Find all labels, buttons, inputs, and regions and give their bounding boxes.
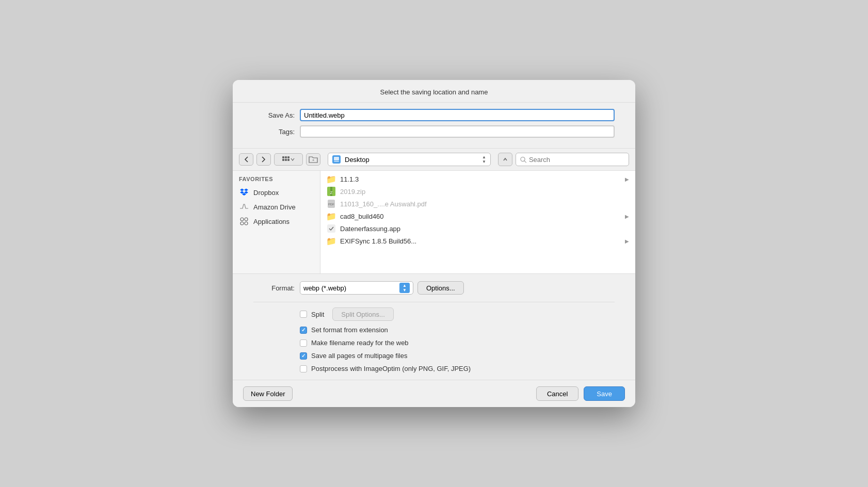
location-dropdown[interactable]: Desktop ▲ ▼ xyxy=(328,153,491,166)
back-button[interactable] xyxy=(239,153,253,166)
new-folder-button[interactable]: New Folder xyxy=(243,386,293,401)
svg-point-11 xyxy=(240,218,244,221)
sidebar-item-applications[interactable]: Applications xyxy=(233,214,320,229)
save-all-pages-row: Save all pages of multipage files xyxy=(300,352,615,360)
svg-rect-4 xyxy=(285,159,287,161)
file-item-11.1.3[interactable]: 📁 11.1.3 ▶ xyxy=(320,173,635,185)
app-icon xyxy=(327,224,336,233)
svg-point-9 xyxy=(521,157,525,161)
new-folder-toolbar-button[interactable]: + xyxy=(306,153,320,166)
chevron-right-icon: ▶ xyxy=(625,214,629,219)
file-name: EXIFSync 1.8.5 Build56... xyxy=(340,237,621,245)
folder-icon: 📁 xyxy=(327,212,336,221)
postprocess-label: Postprocess with ImageOptim (only PNG, G… xyxy=(311,365,471,372)
postprocess-checkbox[interactable] xyxy=(300,365,307,372)
applications-label: Applications xyxy=(253,218,290,225)
location-bar: Desktop ▲ ▼ xyxy=(328,153,491,166)
svg-rect-20 xyxy=(327,224,335,233)
save-all-pages-label: Save all pages of multipage files xyxy=(311,352,407,360)
tags-input[interactable] xyxy=(300,125,615,138)
save-all-pages-checkbox[interactable] xyxy=(300,352,307,360)
dropbox-label: Dropbox xyxy=(253,189,279,197)
svg-rect-2 xyxy=(287,156,290,158)
svg-point-12 xyxy=(245,218,248,221)
tags-row: Tags: xyxy=(253,125,615,138)
svg-rect-0 xyxy=(282,156,284,158)
svg-rect-5 xyxy=(287,159,290,161)
svg-text:+: + xyxy=(312,158,315,163)
sidebar: Favorites Dropbox Amazon Driv xyxy=(233,171,320,273)
search-bar xyxy=(516,153,629,166)
desktop-icon xyxy=(332,155,341,164)
file-name: 11013_160_....e Auswahl.pdf xyxy=(340,200,629,208)
location-arrows: ▲ ▼ xyxy=(482,155,486,164)
save-button[interactable]: Save xyxy=(584,386,625,401)
search-input[interactable] xyxy=(529,156,624,164)
options-button[interactable]: Options... xyxy=(417,281,464,295)
format-dropdown[interactable]: webp (*.webp) ▲ ▼ xyxy=(300,281,413,295)
content-area: Favorites Dropbox Amazon Driv xyxy=(233,171,635,274)
dialog-title: Select the saving location and name xyxy=(233,80,635,103)
chevron-right-icon: ▶ xyxy=(625,176,629,182)
pdf-icon: PDF xyxy=(327,199,336,208)
toolbar: + Desktop ▲ ▼ xyxy=(233,149,635,171)
favorites-label: Favorites xyxy=(233,176,320,185)
make-filename-row: Make filename ready for the web xyxy=(300,339,615,347)
bottom-section: Format: webp (*.webp) ▲ ▼ Options... Spl… xyxy=(233,274,635,380)
collapse-button[interactable] xyxy=(498,153,512,166)
file-item-pdf[interactable]: PDF 11013_160_....e Auswahl.pdf xyxy=(320,198,635,210)
save-dialog: Select the saving location and name Save… xyxy=(233,80,635,407)
chevron-right-icon: ▶ xyxy=(625,238,629,244)
split-label: Split xyxy=(311,311,324,318)
svg-text:Z: Z xyxy=(330,190,333,195)
divider xyxy=(253,302,615,302)
make-filename-label: Make filename ready for the web xyxy=(311,339,409,347)
format-label: Format: xyxy=(253,284,295,292)
dropbox-icon xyxy=(239,187,249,198)
file-name: cad8_build460 xyxy=(340,213,621,220)
forward-button[interactable] xyxy=(256,153,271,166)
view-button[interactable] xyxy=(274,153,303,166)
save-as-row: Save As: xyxy=(253,109,615,121)
file-item-2019.zip[interactable]: Z 2019.zip xyxy=(320,185,635,198)
applications-icon xyxy=(239,216,249,226)
checkboxes-section: Split Split Options... Set format from e… xyxy=(300,307,615,372)
sidebar-item-dropbox[interactable]: Dropbox xyxy=(233,185,320,200)
make-filename-checkbox[interactable] xyxy=(300,339,307,347)
format-row: Format: webp (*.webp) ▲ ▼ Options... xyxy=(253,281,615,295)
location-text: Desktop xyxy=(345,156,478,164)
save-as-input[interactable] xyxy=(300,109,615,121)
footer: New Folder Cancel Save xyxy=(233,380,635,407)
split-checkbox[interactable] xyxy=(300,311,307,318)
set-format-checkbox[interactable] xyxy=(300,327,307,334)
tags-label: Tags: xyxy=(253,128,295,136)
file-name: 2019.zip xyxy=(340,188,629,196)
folder-icon: 📁 xyxy=(327,236,336,246)
svg-rect-8 xyxy=(334,161,339,162)
set-format-row: Set format from extension xyxy=(300,326,615,334)
file-name: Datenerfassung.app xyxy=(340,225,629,233)
svg-line-10 xyxy=(524,160,526,163)
split-row: Split Split Options... xyxy=(300,307,615,321)
footer-right: Cancel Save xyxy=(536,386,625,401)
folder-icon: 📁 xyxy=(327,174,336,184)
svg-point-13 xyxy=(240,222,244,225)
form-section: Save As: Tags: xyxy=(233,103,635,149)
sidebar-item-amazon-drive[interactable]: Amazon Drive xyxy=(233,200,320,214)
svg-rect-7 xyxy=(334,157,339,160)
format-value: webp (*.webp) xyxy=(303,284,396,292)
svg-text:PDF: PDF xyxy=(328,203,334,206)
svg-point-14 xyxy=(245,222,248,225)
set-format-label: Set format from extension xyxy=(311,326,388,334)
file-item-datenerfassung[interactable]: Datenerfassung.app xyxy=(320,222,635,235)
file-item-exifsync[interactable]: 📁 EXIFSync 1.8.5 Build56... ▶ xyxy=(320,235,635,247)
file-list[interactable]: 📁 11.1.3 ▶ Z 2019.zip xyxy=(320,171,635,273)
cancel-button[interactable]: Cancel xyxy=(536,386,578,401)
save-as-label: Save As: xyxy=(253,111,295,119)
format-arrows-icon: ▲ ▼ xyxy=(399,283,410,293)
zip-icon: Z xyxy=(327,187,336,196)
svg-rect-3 xyxy=(282,159,284,161)
split-options-button[interactable]: Split Options... xyxy=(332,307,394,321)
file-item-cad8[interactable]: 📁 cad8_build460 ▶ xyxy=(320,210,635,222)
amazon-drive-label: Amazon Drive xyxy=(253,203,296,211)
